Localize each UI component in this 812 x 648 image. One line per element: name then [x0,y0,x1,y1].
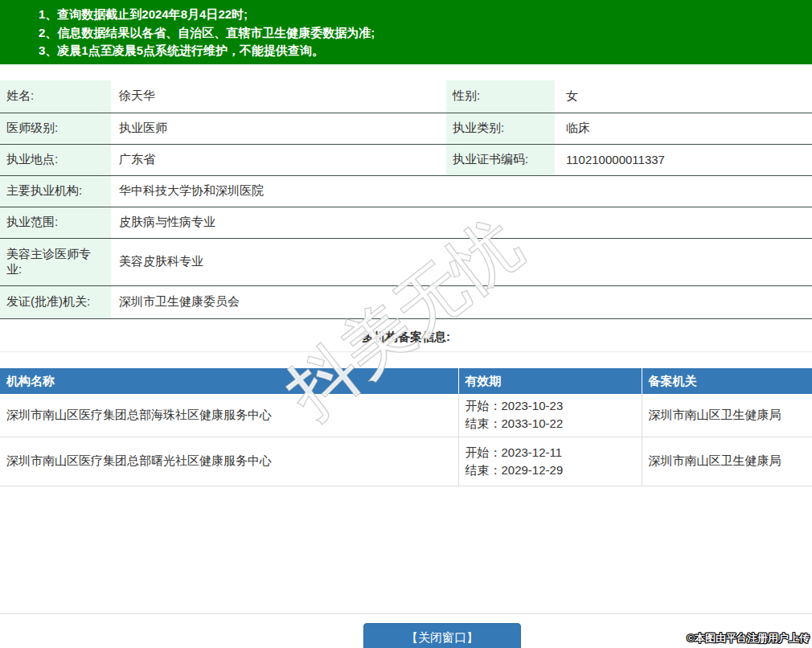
table-row: 深圳市南山区医疗集团总部海珠社区健康服务中心 开始：2023-10-23 结束：… [0,394,812,437]
filing-agency-cell: 深圳市南山区卫生健康局 [642,437,812,486]
copyright-overlay-text: ©本图由平台注册用户上传 [687,631,810,646]
main-institution-label: 主要执业机构: [0,175,111,207]
validity-start: 开始：2023-10-23 [465,397,642,415]
filing-agency-cell: 深圳市南山区卫生健康局 [642,394,812,437]
notice-line-3: 3、凌晨1点至凌晨5点系统进行维护，不能提供查询。 [39,42,804,60]
cosmetic-specialty-value: 美容皮肤科专业 [111,238,812,285]
filing-agency-column-header: 备案机关 [642,368,812,394]
table-row: 深圳市南山区医疗集团总部曙光社区健康服务中心 开始：2023-12-11 结束：… [0,437,812,486]
close-window-button[interactable]: 【关闭窗口】 [363,623,521,648]
certificate-number-label: 执业证书编码: [446,144,555,175]
practice-location-value: 广东省 [111,144,446,175]
issuing-authority-label: 发证(批准)机关: [0,285,111,318]
multi-org-table: 机构名称 有效期 备案机关 深圳市南山区医疗集团总部海珠社区健康服务中心 开始：… [0,368,812,486]
validity-end: 结束：2029-12-29 [465,461,642,479]
footer-divider [0,613,812,614]
gender-label: 性别: [446,80,555,113]
name-label: 姓名: [0,80,111,113]
org-name-cell: 深圳市南山区医疗集团总部海珠社区健康服务中心 [0,394,458,437]
multi-org-header-row: 机构名称 有效期 备案机关 [0,368,812,394]
query-result-page: 1、查询数据截止到2024年8月4日22时; 2、信息数据结果以各省、自治区、直… [0,0,812,648]
cosmetic-specialty-label: 美容主诊医师专 业: [0,238,111,285]
notice-line-1: 1、查询数据截止到2024年8月4日22时; [39,6,804,24]
validity-column-header: 有效期 [458,368,642,394]
doctor-level-value: 执业医师 [111,113,446,144]
info-row-issuing-authority: 发证(批准)机关: 深圳市卫生健康委员会 [0,285,812,318]
practice-category-label: 执业类别: [446,113,555,144]
practice-scope-value: 皮肤病与性病专业 [111,207,812,238]
info-row-location-cert: 执业地点: 广东省 执业证书编码: 110210000011337 [0,144,812,175]
section-divider [0,351,812,352]
validity-start: 开始：2023-12-11 [465,444,642,461]
info-row-main-institution: 主要执业机构: 华中科技大学协和深圳医院 [0,175,812,207]
org-name-cell: 深圳市南山区医疗集团总部曙光社区健康服务中心 [0,437,458,486]
validity-end: 结束：2033-10-22 [465,415,642,433]
issuing-authority-value: 深圳市卫生健康委员会 [111,285,812,318]
practice-category-value: 临床 [555,113,812,144]
name-value: 徐天华 [111,80,446,113]
doctor-level-label: 医师级别: [0,113,111,144]
gender-value: 女 [555,80,812,113]
info-row-name-gender: 姓名: 徐天华 性别: 女 [0,80,812,113]
info-row-level-category: 医师级别: 执业医师 执业类别: 临床 [0,113,812,144]
multi-org-section-title: 多机构备案信息: [0,330,812,345]
doctor-info-table: 姓名: 徐天华 性别: 女 医师级别: 执业医师 执业类别: 临床 执业地点: … [0,80,812,319]
practice-scope-label: 执业范围: [0,207,111,238]
info-row-cosmetic-specialty: 美容主诊医师专 业: 美容皮肤科专业 [0,238,812,285]
validity-cell: 开始：2023-10-23 结束：2033-10-22 [458,394,642,437]
practice-location-label: 执业地点: [0,144,111,175]
info-row-practice-scope: 执业范围: 皮肤病与性病专业 [0,207,812,238]
validity-cell: 开始：2023-12-11 结束：2029-12-29 [458,437,642,486]
certificate-number-value: 110210000011337 [555,144,812,175]
org-name-column-header: 机构名称 [0,368,458,394]
main-institution-value: 华中科技大学协和深圳医院 [111,175,812,207]
notice-banner: 1、查询数据截止到2024年8月4日22时; 2、信息数据结果以各省、自治区、直… [0,0,812,64]
notice-line-2: 2、信息数据结果以各省、自治区、直辖市卫生健康委数据为准; [39,24,804,43]
